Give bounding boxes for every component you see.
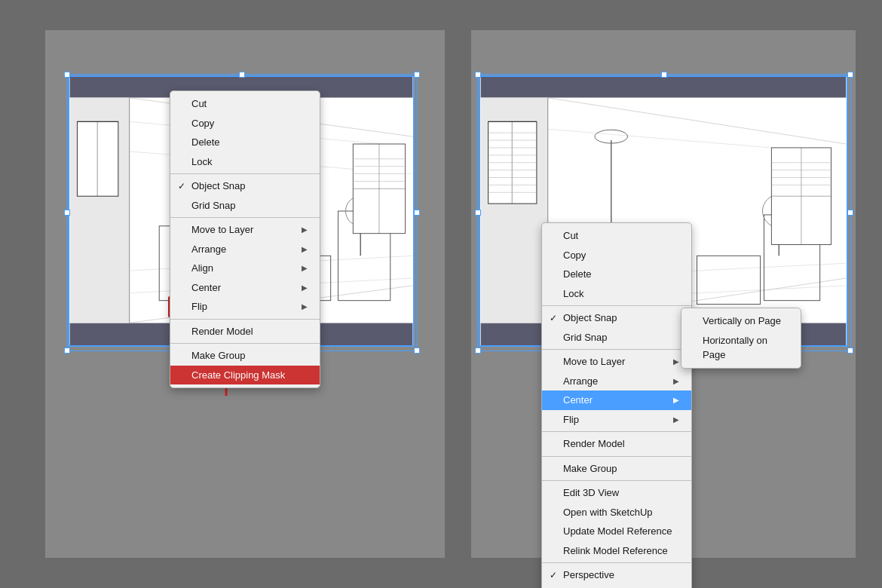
right-menu-copy[interactable]: Copy [542, 246, 691, 265]
right-menu-relink-model[interactable]: Relink Model Reference [542, 541, 691, 561]
right-separator-2 [542, 349, 691, 350]
center-submenu: Vertically on Page Horizontally on Page [681, 308, 801, 369]
menu-render-model[interactable]: Render Model [170, 322, 320, 341]
svg-rect-4 [77, 121, 118, 196]
right-separator-3 [542, 431, 691, 432]
right-menu-render-model[interactable]: Render Model [542, 434, 691, 454]
left-context-menu: Cut Copy Delete Lock ✓ Object Snap Grid … [170, 90, 320, 388]
right-menu-update-model[interactable]: Update Model Reference [542, 522, 691, 541]
menu-make-group[interactable]: Make Group [170, 346, 320, 366]
menu-align[interactable]: Align ▶ [170, 259, 320, 278]
right-menu-grid-snap[interactable]: Grid Snap [542, 328, 691, 348]
submenu-arrow: ▶ [673, 394, 679, 406]
right-menu-flip[interactable]: Flip ▶ [542, 410, 691, 430]
right-separator-5 [542, 480, 691, 481]
handle-bl[interactable] [64, 348, 70, 354]
menu-create-clipping-mask[interactable]: Create Clipping Mask [170, 366, 320, 385]
menu-lock[interactable]: Lock [170, 152, 320, 172]
handle-rm[interactable] [847, 210, 853, 216]
menu-grid-snap[interactable]: Grid Snap [170, 196, 320, 216]
right-separator-1 [542, 305, 691, 306]
right-menu-move-to-layer[interactable]: Move to Layer ▶ [542, 352, 691, 372]
menu-delete[interactable]: Delete [170, 133, 320, 152]
right-separator-6 [542, 562, 691, 563]
handle-tr[interactable] [414, 72, 420, 78]
submenu-arrow: ▶ [673, 414, 679, 425]
handle-br[interactable] [847, 348, 853, 354]
menu-object-snap[interactable]: ✓ Object Snap [170, 176, 320, 196]
menu-cut[interactable]: Cut [170, 94, 320, 114]
submenu-vertically[interactable]: Vertically on Page [681, 311, 801, 331]
right-menu-object-snap[interactable]: ✓ Object Snap [542, 308, 691, 328]
right-separator-4 [542, 456, 691, 457]
right-menu-cut[interactable]: Cut [542, 226, 691, 246]
menu-arrange[interactable]: Arrange ▶ [170, 240, 320, 259]
right-context-menu: Cut Copy Delete Lock ✓ Object Snap Grid … [541, 222, 692, 588]
right-menu-delete[interactable]: Delete [542, 265, 691, 284]
submenu-arrow: ▶ [302, 301, 308, 312]
handle-rm[interactable] [414, 210, 420, 216]
menu-flip[interactable]: Flip ▶ [170, 297, 320, 317]
menu-center[interactable]: Center ▶ [170, 278, 320, 298]
handle-bl[interactable] [475, 348, 481, 354]
check-icon: ✓ [178, 179, 185, 193]
right-menu-edit-3d[interactable]: Edit 3D View [542, 483, 691, 503]
submenu-horizontally[interactable]: Horizontally on Page [681, 331, 801, 365]
check-icon: ✓ [550, 311, 557, 325]
right-menu-open-sketchup[interactable]: Open with SketchUp [542, 503, 691, 522]
separator-4 [170, 343, 320, 344]
right-menu-center[interactable]: Center ▶ [542, 390, 691, 410]
check-icon: ✓ [550, 568, 557, 582]
separator-2 [170, 217, 320, 218]
separator-1 [170, 173, 320, 174]
right-menu-standard-views[interactable]: Standard Views ▶ [542, 585, 691, 589]
right-menu-make-group[interactable]: Make Group [542, 459, 691, 479]
submenu-arrow: ▶ [302, 282, 308, 293]
handle-br[interactable] [414, 348, 420, 354]
submenu-arrow: ▶ [673, 375, 679, 387]
submenu-arrow: ▶ [302, 243, 308, 255]
right-menu-perspective[interactable]: ✓ Perspective [542, 565, 691, 585]
svg-rect-31 [481, 77, 847, 98]
submenu-arrow: ▶ [302, 262, 308, 274]
handle-tr[interactable] [847, 72, 853, 78]
right-menu-lock[interactable]: Lock [542, 284, 691, 304]
menu-copy[interactable]: Copy [170, 114, 320, 133]
separator-3 [170, 319, 320, 320]
submenu-arrow: ▶ [673, 356, 679, 367]
right-menu-arrange[interactable]: Arrange ▶ [542, 372, 691, 391]
submenu-arrow: ▶ [302, 224, 308, 235]
menu-move-to-layer[interactable]: Move to Layer ▶ [170, 220, 320, 240]
